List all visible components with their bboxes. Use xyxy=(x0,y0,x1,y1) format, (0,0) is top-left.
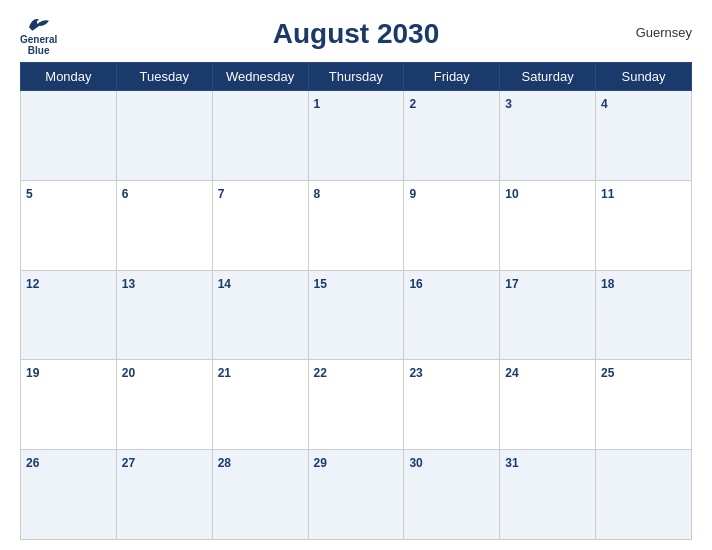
calendar-table: MondayTuesdayWednesdayThursdayFridaySatu… xyxy=(20,62,692,540)
day-number: 2 xyxy=(409,97,416,111)
calendar-day-cell: 31 xyxy=(500,450,596,540)
weekday-header-monday: Monday xyxy=(21,63,117,91)
weekday-header-row: MondayTuesdayWednesdayThursdayFridaySatu… xyxy=(21,63,692,91)
calendar-day-cell: 16 xyxy=(404,270,500,360)
day-number: 8 xyxy=(314,187,321,201)
calendar-week-row: 567891011 xyxy=(21,180,692,270)
logo: General Blue xyxy=(20,14,57,56)
calendar-day-cell: 4 xyxy=(596,91,692,181)
logo-general: General xyxy=(20,34,57,45)
day-number: 4 xyxy=(601,97,608,111)
calendar-day-cell: 22 xyxy=(308,360,404,450)
logo-blue: Blue xyxy=(28,45,50,56)
calendar-day-cell: 3 xyxy=(500,91,596,181)
calendar-day-cell xyxy=(116,91,212,181)
day-number: 14 xyxy=(218,277,231,291)
day-number: 29 xyxy=(314,456,327,470)
day-number: 23 xyxy=(409,366,422,380)
day-number: 27 xyxy=(122,456,135,470)
day-number: 13 xyxy=(122,277,135,291)
calendar-week-row: 1234 xyxy=(21,91,692,181)
day-number: 15 xyxy=(314,277,327,291)
day-number: 25 xyxy=(601,366,614,380)
weekday-header-friday: Friday xyxy=(404,63,500,91)
calendar-day-cell: 5 xyxy=(21,180,117,270)
day-number: 21 xyxy=(218,366,231,380)
calendar-day-cell xyxy=(21,91,117,181)
day-number: 20 xyxy=(122,366,135,380)
day-number: 28 xyxy=(218,456,231,470)
day-number: 9 xyxy=(409,187,416,201)
calendar-day-cell: 11 xyxy=(596,180,692,270)
day-number: 31 xyxy=(505,456,518,470)
logo-icon xyxy=(24,14,54,34)
calendar-day-cell: 26 xyxy=(21,450,117,540)
weekday-header-wednesday: Wednesday xyxy=(212,63,308,91)
day-number: 16 xyxy=(409,277,422,291)
calendar-week-row: 19202122232425 xyxy=(21,360,692,450)
calendar-day-cell xyxy=(212,91,308,181)
calendar-day-cell: 17 xyxy=(500,270,596,360)
day-number: 22 xyxy=(314,366,327,380)
calendar-day-cell: 21 xyxy=(212,360,308,450)
calendar-day-cell: 19 xyxy=(21,360,117,450)
page-title: August 2030 xyxy=(273,18,440,50)
calendar-day-cell: 2 xyxy=(404,91,500,181)
day-number: 12 xyxy=(26,277,39,291)
day-number: 3 xyxy=(505,97,512,111)
calendar-day-cell: 8 xyxy=(308,180,404,270)
day-number: 17 xyxy=(505,277,518,291)
day-number: 11 xyxy=(601,187,614,201)
calendar-day-cell: 20 xyxy=(116,360,212,450)
calendar-day-cell: 13 xyxy=(116,270,212,360)
day-number: 7 xyxy=(218,187,225,201)
calendar-day-cell: 23 xyxy=(404,360,500,450)
day-number: 10 xyxy=(505,187,518,201)
calendar-day-cell xyxy=(596,450,692,540)
calendar-day-cell: 30 xyxy=(404,450,500,540)
weekday-header-tuesday: Tuesday xyxy=(116,63,212,91)
calendar-day-cell: 27 xyxy=(116,450,212,540)
calendar-day-cell: 7 xyxy=(212,180,308,270)
day-number: 18 xyxy=(601,277,614,291)
calendar-week-row: 12131415161718 xyxy=(21,270,692,360)
calendar-day-cell: 18 xyxy=(596,270,692,360)
calendar-day-cell: 10 xyxy=(500,180,596,270)
day-number: 1 xyxy=(314,97,321,111)
calendar-week-row: 262728293031 xyxy=(21,450,692,540)
calendar-day-cell: 15 xyxy=(308,270,404,360)
day-number: 30 xyxy=(409,456,422,470)
calendar-day-cell: 24 xyxy=(500,360,596,450)
day-number: 24 xyxy=(505,366,518,380)
calendar-day-cell: 25 xyxy=(596,360,692,450)
calendar-day-cell: 28 xyxy=(212,450,308,540)
calendar-day-cell: 6 xyxy=(116,180,212,270)
day-number: 5 xyxy=(26,187,33,201)
weekday-header-sunday: Sunday xyxy=(596,63,692,91)
calendar-day-cell: 12 xyxy=(21,270,117,360)
calendar-day-cell: 9 xyxy=(404,180,500,270)
day-number: 26 xyxy=(26,456,39,470)
calendar-day-cell: 1 xyxy=(308,91,404,181)
calendar-day-cell: 14 xyxy=(212,270,308,360)
calendar-header: General Blue August 2030 Guernsey xyxy=(20,10,692,54)
weekday-header-thursday: Thursday xyxy=(308,63,404,91)
country-label: Guernsey xyxy=(636,25,692,40)
day-number: 19 xyxy=(26,366,39,380)
day-number: 6 xyxy=(122,187,129,201)
calendar-day-cell: 29 xyxy=(308,450,404,540)
weekday-header-saturday: Saturday xyxy=(500,63,596,91)
